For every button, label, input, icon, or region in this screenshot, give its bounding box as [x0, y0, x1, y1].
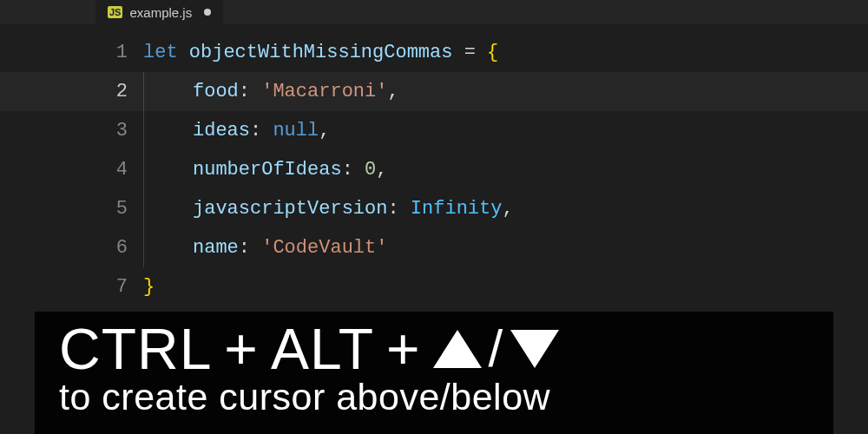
editor-tab[interactable]: JS example.js — [95, 0, 223, 24]
code-token: Infinity — [411, 198, 503, 220]
code-token: , — [319, 120, 330, 141]
line-number: 1 — [95, 33, 143, 72]
code-token: = — [464, 42, 476, 63]
code-token: , — [502, 198, 513, 220]
arrow-up-icon — [433, 330, 482, 368]
tab-bar: JS example.js — [0, 0, 868, 24]
code-token: } — [143, 276, 155, 298]
code-token — [452, 42, 464, 63]
plus-icon: + — [224, 320, 259, 378]
key-alt: ALT — [271, 320, 374, 378]
key-ctrl: CTRL — [59, 320, 212, 378]
code-token: objectWithMissingCommas — [189, 42, 453, 63]
js-file-icon: JS — [108, 6, 122, 18]
code-token: name — [193, 237, 239, 259]
indent-guide — [143, 111, 193, 150]
code-token: food — [193, 81, 239, 102]
code-token: 'Macarroni' — [261, 81, 387, 102]
code-line[interactable]: javascriptVersion: Infinity, — [143, 189, 868, 228]
indent-guide — [143, 228, 193, 267]
code-token: ideas — [193, 120, 250, 141]
shortcut-description: to create cursor above/below — [59, 376, 809, 418]
code-token: javascriptVersion — [193, 198, 387, 220]
code-line[interactable]: numberOfIdeas: 0, — [143, 150, 868, 189]
line-number: 7 — [95, 267, 143, 306]
line-number: 3 — [95, 111, 143, 150]
code-token: null — [273, 120, 319, 141]
plus-icon: + — [386, 320, 421, 378]
code-token: { — [487, 42, 498, 63]
unsaved-indicator-icon — [204, 9, 211, 16]
indent-guide — [143, 189, 193, 228]
slash-separator: / — [489, 323, 504, 375]
code-token: : — [239, 237, 261, 259]
code-line[interactable]: food: 'Macarroni', — [143, 72, 868, 111]
code-token: , — [376, 159, 387, 181]
code-token — [476, 42, 487, 63]
shortcut-caption: CTRL + ALT + / to create cursor above/be… — [35, 312, 833, 434]
code-line[interactable]: name: 'CodeVault' — [143, 228, 868, 267]
tab-filename: example.js — [129, 5, 192, 20]
code-token: : — [239, 81, 261, 102]
code-line[interactable]: ideas: null, — [143, 111, 868, 150]
code-token: : — [387, 198, 410, 220]
code-token: : — [342, 159, 365, 181]
code-line[interactable]: } — [143, 267, 868, 306]
shortcut-keys: CTRL + ALT + / — [59, 320, 809, 378]
line-number: 6 — [95, 228, 143, 267]
code-token: , — [387, 81, 398, 102]
code-token: : — [250, 120, 273, 141]
code-token: numberOfIdeas — [193, 159, 342, 181]
indent-guide — [143, 72, 193, 111]
line-number: 5 — [95, 189, 143, 228]
line-number: 2 — [95, 72, 143, 111]
code-line[interactable]: let objectWithMissingCommas = { — [143, 33, 868, 72]
code-token: 'CodeVault' — [261, 237, 387, 259]
indent-guide — [143, 150, 193, 189]
code-token: let — [143, 42, 189, 63]
code-token: 0 — [365, 159, 376, 181]
line-number: 4 — [95, 150, 143, 189]
arrow-down-icon — [510, 330, 559, 368]
